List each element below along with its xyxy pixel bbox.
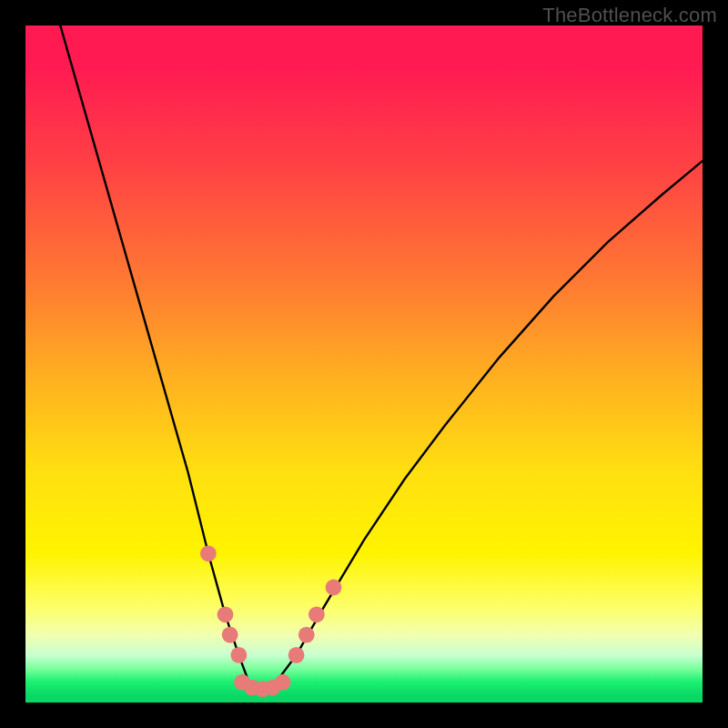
marker-group	[200, 545, 341, 697]
left-dot-3	[222, 627, 238, 643]
chart-frame: TheBottleneck.com	[0, 0, 728, 728]
chart-svg	[25, 25, 703, 703]
left-dot-2	[217, 606, 234, 622]
bottleneck-curve	[53, 25, 703, 696]
plot-area	[25, 25, 703, 703]
watermark-text: TheBottleneck.com	[542, 4, 717, 27]
flat-dot-5	[275, 674, 291, 691]
right-dot-2	[298, 627, 315, 643]
left-dot-4	[231, 647, 248, 663]
right-dot-1	[288, 647, 305, 663]
right-dot-4	[326, 580, 342, 596]
right-dot-3	[308, 606, 325, 622]
left-dot-1	[200, 545, 217, 561]
